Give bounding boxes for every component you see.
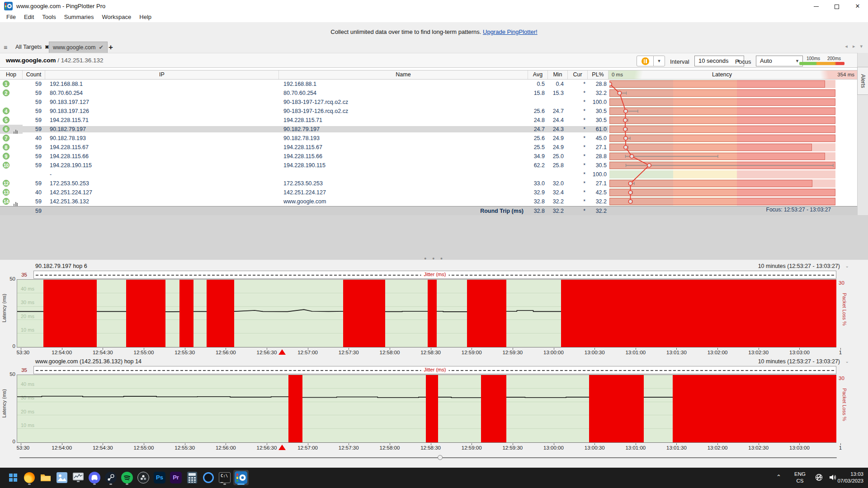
clock-date[interactable]: 13:0307/03/2023 bbox=[837, 471, 863, 488]
menu-help[interactable]: Help bbox=[135, 12, 156, 22]
table-row-hop-5[interactable]: 559194.228.115.71194.228.115.7124.824.4*… bbox=[0, 116, 857, 125]
cell-count: 59 bbox=[23, 90, 45, 96]
taskbar-terminal-icon[interactable]: C:\_ bbox=[217, 470, 232, 485]
tray-chevron-icon[interactable]: ⌃ bbox=[776, 474, 781, 488]
network-icon[interactable] bbox=[815, 474, 823, 488]
table-row-hop-idx11[interactable]: -*100.0 bbox=[0, 170, 857, 179]
taskbar-monitor-icon[interactable] bbox=[71, 470, 86, 485]
table-row-hop-8[interactable]: 859194.228.115.67194.228.115.6725.524.9*… bbox=[0, 143, 857, 152]
tab-www-google-com[interactable]: www.google.com✔ bbox=[49, 42, 108, 53]
chevron-down-icon[interactable]: ⌄ bbox=[845, 263, 849, 268]
hop-badge: 5 bbox=[3, 117, 9, 123]
graph-plot-area[interactable]: 40 ms30 ms20 ms10 ms bbox=[17, 279, 836, 347]
timeline-graph-icon bbox=[14, 200, 19, 206]
cell-latency bbox=[609, 161, 857, 170]
header-min[interactable]: Min bbox=[548, 70, 568, 79]
scrollbar-track[interactable] bbox=[19, 457, 837, 458]
alerts-tab[interactable]: Alerts bbox=[857, 67, 868, 95]
taskbar-photoshop-icon[interactable]: Ps bbox=[152, 470, 167, 485]
header-hop[interactable]: Hop bbox=[0, 70, 23, 79]
header-count[interactable]: Count bbox=[23, 70, 45, 79]
focus-select[interactable]: Auto▼ bbox=[756, 56, 803, 66]
menu-workspace[interactable]: Workspace bbox=[98, 12, 135, 22]
table-row-hop-idx3[interactable]: 5990.183.197.12790-183-197-127.rcq.o2.cz… bbox=[0, 98, 857, 107]
taskbar-explorer-icon[interactable] bbox=[38, 470, 53, 485]
timeline-graph-1: 90.182.79.197 hop 610 minutes (12:53:27 … bbox=[0, 262, 868, 357]
chevron-down-icon[interactable]: ⌄ bbox=[845, 359, 849, 364]
taskbar-firefox-icon[interactable] bbox=[22, 470, 37, 485]
tab-all-targets[interactable]: All Targets✖ bbox=[12, 42, 52, 53]
header-pl[interactable]: PL% bbox=[588, 70, 609, 79]
cell-latency bbox=[609, 107, 857, 116]
latency-loss-bar bbox=[609, 89, 835, 97]
pause-button[interactable] bbox=[637, 56, 654, 66]
tab-scroll-arrows[interactable]: ◂ ▸ ▾ bbox=[845, 43, 864, 49]
volume-icon[interactable] bbox=[829, 474, 836, 488]
pause-dropdown[interactable]: ▼ bbox=[653, 56, 665, 66]
taskbar-discord-icon[interactable] bbox=[87, 470, 102, 485]
jitter-label: Jitter (ms) bbox=[421, 272, 449, 277]
packet-loss-axis-label: Packet Loss % bbox=[842, 293, 847, 326]
menu-tools[interactable]: Tools bbox=[38, 12, 60, 22]
cell-ip: 90.183.197.126 bbox=[45, 108, 279, 114]
taskbar-premiere-icon[interactable]: Pr bbox=[168, 470, 184, 485]
graph-title: www.google.com (142.251.36.132) hop 14 bbox=[35, 358, 142, 365]
cell-ip: 90.182.79.197 bbox=[45, 126, 279, 132]
cell-pl: 27.1 bbox=[588, 180, 609, 187]
table-row-hop-14[interactable]: 1459142.251.36.132www.google.com32.832.2… bbox=[0, 197, 857, 206]
scrollbar-knob[interactable] bbox=[438, 455, 443, 460]
table-row-hop-10[interactable]: 1059194.228.190.115194.228.190.11562.225… bbox=[0, 161, 857, 170]
packet-loss-bar bbox=[207, 280, 235, 347]
table-row-hop-7[interactable]: 74090.182.78.19390.182.78.19325.624.9*45… bbox=[0, 134, 857, 143]
language-indicator[interactable]: ENGCS bbox=[794, 471, 806, 488]
menu-file[interactable]: File bbox=[2, 12, 20, 22]
cell-pl: 30.5 bbox=[588, 108, 609, 114]
latency-loss-bar bbox=[609, 153, 825, 160]
time-tick-label: 12:56:30 bbox=[257, 350, 277, 355]
upgrade-link[interactable]: Upgrade PingPlotter! bbox=[483, 28, 538, 35]
taskbar-obs-icon[interactable] bbox=[136, 470, 151, 485]
header-ip[interactable]: IP bbox=[45, 70, 279, 79]
taskbar-ring-icon[interactable] bbox=[201, 470, 216, 485]
time-tick-label: 13:01:30 bbox=[666, 445, 687, 450]
table-row-hop-6[interactable]: 65990.182.79.19790.182.79.19724.724.3*61… bbox=[0, 125, 857, 134]
cell-latency bbox=[609, 134, 857, 143]
table-row-hop-9[interactable]: 959194.228.115.66194.228.115.6634.925.0*… bbox=[0, 152, 857, 161]
cell-min: 24.9 bbox=[548, 135, 568, 141]
taskbar-photos-icon[interactable] bbox=[54, 470, 70, 485]
taskbar-pingplotter-icon[interactable] bbox=[233, 470, 249, 485]
menu-bar: FileEditToolsSummariesWorkspaceHelp bbox=[0, 12, 868, 22]
cell-hop: 8 bbox=[0, 143, 23, 152]
graph-plot-area[interactable]: 40 ms30 ms20 ms10 ms bbox=[17, 375, 836, 443]
table-row-hop-13[interactable]: 1340142.251.224.127142.251.224.12732.932… bbox=[0, 188, 857, 197]
close-button[interactable]: ✕ bbox=[847, 0, 868, 12]
taskbar-calculator-icon[interactable] bbox=[184, 470, 200, 485]
cell-avg: 62.2 bbox=[528, 162, 548, 169]
graph-time-range[interactable]: 10 minutes (12:53:27 - 13:03:27) bbox=[758, 263, 840, 269]
cell-count: 59 bbox=[23, 117, 45, 123]
table-row-hop-2[interactable]: 25980.70.60.25480.70.60.25415.815.3*32.2 bbox=[0, 89, 857, 98]
graph-time-range[interactable]: 10 minutes (12:53:27 - 13:03:27) bbox=[758, 358, 840, 365]
header-latency[interactable]: 0 ms Latency 354 ms bbox=[609, 70, 857, 79]
table-row-hop-4[interactable]: 45990.183.197.12690-183-197-126.rcq.o2.c… bbox=[0, 107, 857, 116]
time-tick-label: 12:57:00 bbox=[297, 445, 318, 450]
hamburger-icon[interactable]: ≡ bbox=[4, 44, 12, 51]
header-name[interactable]: Name bbox=[279, 70, 528, 79]
table-row-hop-12[interactable]: 1259172.253.50.253172.253.50.25333.032.0… bbox=[0, 179, 857, 188]
minimize-button[interactable] bbox=[806, 0, 826, 12]
header-cur[interactable]: Cur bbox=[568, 70, 588, 79]
menu-summaries[interactable]: Summaries bbox=[60, 12, 98, 22]
cell-count: 59 bbox=[23, 99, 45, 105]
maximize-button[interactable] bbox=[826, 0, 847, 12]
close-tab-icon[interactable]: ✖ bbox=[45, 44, 49, 50]
new-tab-button[interactable]: + bbox=[105, 42, 117, 53]
cell-pl: 28.8 bbox=[588, 153, 609, 160]
taskbar-spotify-icon[interactable] bbox=[119, 470, 135, 485]
header-avg[interactable]: Avg bbox=[528, 70, 548, 79]
table-row-hop-1[interactable]: 159192.168.88.1192.168.88.10.50.4*28.8 bbox=[0, 80, 857, 89]
y-axis-label: Latency (ms) bbox=[1, 389, 7, 418]
menu-edit[interactable]: Edit bbox=[20, 12, 38, 22]
taskbar-start-icon[interactable] bbox=[5, 470, 21, 485]
cell-cur: * bbox=[568, 135, 588, 141]
taskbar-steam-icon[interactable] bbox=[103, 470, 118, 485]
